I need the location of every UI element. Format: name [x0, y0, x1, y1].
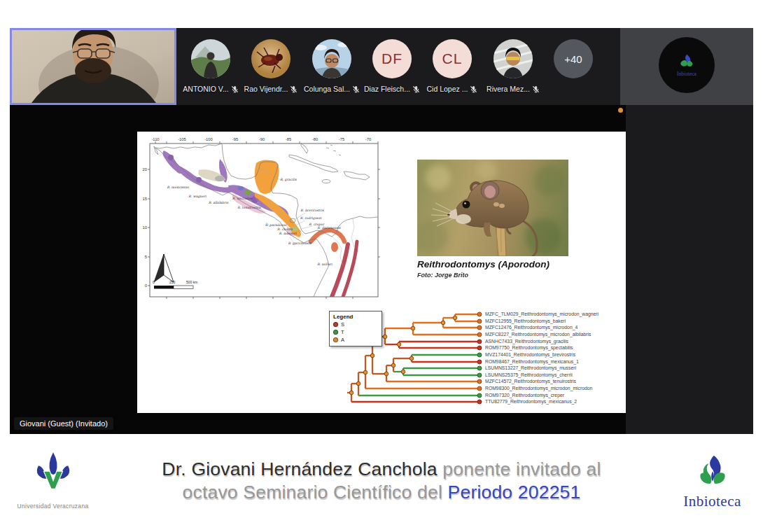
svg-text:-85: -85: [286, 137, 291, 141]
annotation-dot: [618, 108, 623, 113]
inbioteca-logo-icon: [694, 452, 731, 493]
map-species-label: R. brevirostris: [300, 209, 324, 212]
universidad-veracruzana-logo: Universidad Veracruzana: [13, 452, 104, 517]
participant-name: Rao Vijendr...: [244, 85, 288, 93]
svg-text:-75: -75: [339, 137, 344, 141]
avatar: [493, 39, 533, 78]
tree-tip-label: MZFC14572_Reithrodontomys_tenuirostris: [485, 379, 577, 384]
participant-tile[interactable]: Rivera Mez...: [483, 28, 543, 105]
insect-photo-avatar: [251, 39, 290, 78]
sunglasses-photo-avatar: [493, 39, 533, 78]
mouse-photo-illustration: [417, 160, 568, 256]
uv-logo-icon: [33, 452, 74, 500]
participant-tile[interactable]: Colunga Sal...: [302, 28, 362, 105]
svg-text:-80: -80: [312, 137, 318, 141]
map-species-label: R. darienensis: [317, 226, 341, 230]
map-species-label: R. albilabris: [209, 201, 229, 204]
participant-name: Colunga Sal...: [304, 85, 350, 93]
initials-avatar: CL: [433, 39, 472, 78]
tree-legend: Legend S T A: [329, 311, 382, 346]
legend-dot-orange: [333, 337, 338, 342]
participant-tile[interactable]: Rao Vijendr...: [241, 28, 301, 105]
tree-tip-label: ASNHC7433_Reithrodontomys_gracilis: [485, 339, 569, 344]
tree-tip-label: ROM98300_Reithrodontomys_microdon_microd…: [485, 386, 593, 391]
tree-tip-labels: MZFC_TLM029_Reithrodontomys_microdon_wag…: [485, 312, 599, 405]
svg-text:5: 5: [145, 255, 147, 259]
mic-muted-icon: [470, 85, 477, 93]
participant-name: Cid Lopez ...: [427, 85, 468, 93]
tree-tip-label: MZFC_TLM029_Reithrodontomys_microdon_wag…: [485, 312, 599, 317]
tree-tip-label: LSUMNS25375_Reithrodontomys_cherrii: [485, 372, 573, 378]
banner-text: octavo Seminario Científico del: [183, 482, 448, 503]
speaker-name-text: Dr. Giovani Hernández Canchola: [162, 458, 437, 479]
map-species-label: R. milleri: [317, 262, 332, 266]
seminar-banner: Dr. Giovani Hernández Canchola ponente i…: [84, 458, 679, 504]
webcam-person-illustration: [12, 30, 174, 103]
tree-tip-label: MZFC8227_Reithrodontomys_microdon_albila…: [485, 332, 592, 337]
participant-tile[interactable]: ANTONIO V...: [181, 28, 241, 105]
overflow-count-badge[interactable]: +40: [554, 39, 593, 78]
avatar-initials: CL: [442, 50, 463, 67]
mic-muted-icon: [231, 85, 239, 93]
participant-name: Rivera Mez...: [486, 85, 530, 93]
presentation-slide: -110 -105 -100 -95 -90 -85 -80 -75 -70 2…: [137, 132, 626, 413]
tree-tip-label: TTU82779_Reithrodontomys_mexicanus_2: [485, 399, 577, 405]
tree-tip-label: LSUMNS13227_Reithrodontomys_musseri: [485, 365, 576, 371]
mic-muted-icon: [532, 85, 540, 93]
banner-line-1: Dr. Giovani Hernández Canchola ponente i…: [84, 458, 679, 481]
svg-text:-110: -110: [151, 137, 159, 141]
map-species-label: R. tenuirostris: [237, 206, 261, 209]
brand-avatar-text: Inbioteca: [677, 71, 696, 77]
period-text: Periodo 202251: [448, 482, 581, 503]
participant-name: Diaz Fleisch...: [364, 85, 410, 93]
zoom-meeting-window: ANTONIO V... Rao Vijendr...: [0, 0, 763, 532]
legend-title: Legend: [333, 314, 378, 320]
tree-tip-label: ROM97750_Reithrodontomys_spectabilis: [485, 345, 573, 351]
y-axis-labels: 20 15 10 5 0: [143, 167, 147, 288]
tree-tip-label: MZFC12955_Reithrodontomys_bakeri: [485, 318, 566, 324]
tree-tip-label: MZFC12476_Reithrodontomys_microdon_4: [485, 325, 578, 330]
svg-text:-100: -100: [204, 137, 213, 141]
brand-participant-tile[interactable]: Inbioteca: [620, 28, 753, 105]
svg-text:10: 10: [143, 225, 147, 230]
svg-text:-70: -70: [365, 137, 371, 141]
inbioteca-logo-caption: Inbioteca: [668, 493, 756, 510]
legend-label: S: [341, 321, 344, 328]
presenter-name-label: Giovani (Guest) (Invitado): [14, 417, 113, 430]
shared-screen-gutter: [626, 105, 753, 434]
brand-avatar: Inbioteca: [659, 37, 715, 93]
map-species-label: R. musseri: [279, 232, 297, 235]
uv-logo-caption: Universidad Veracruzana: [13, 503, 93, 510]
legend-dot-green: [333, 330, 338, 335]
map-species-label: R. microdon: [232, 197, 252, 200]
banner-text: ponente invitado al: [438, 458, 601, 479]
legend-dot-red: [333, 322, 338, 327]
svg-text:20: 20: [143, 167, 147, 172]
initials-avatar: DF: [372, 39, 412, 78]
map-species-label: R. cherrii: [277, 227, 293, 231]
tree-tip-label: ROM98467_Reithrodontomys_mexicanus_1: [485, 359, 579, 365]
banner-line-2: octavo Seminario Científico del Periodo …: [84, 481, 679, 504]
svg-text:-105: -105: [178, 137, 186, 141]
active-speaker-video[interactable]: [10, 28, 176, 105]
legend-label: T: [341, 329, 344, 335]
x-axis-labels: -110 -105 -100 -95 -90 -85 -80 -75 -70: [151, 137, 371, 141]
participant-tile[interactable]: DF Diaz Fleisch...: [362, 28, 422, 105]
participants-overflow-tile[interactable]: +40: [543, 28, 603, 105]
map-species-label: R. paradoxus: [265, 223, 287, 227]
map-species-label: R. mexicanus: [167, 186, 189, 189]
photo-caption: Reithrodontomys (Aporodon): [417, 259, 550, 270]
overflow-count: +40: [564, 53, 582, 65]
mic-muted-icon: [412, 85, 420, 93]
distribution-map: -110 -105 -100 -95 -90 -85 -80 -75 -70 2…: [139, 134, 382, 302]
svg-text:500 km: 500 km: [186, 280, 197, 284]
inbioteca-logo: Inbioteca: [668, 449, 756, 516]
participant-name: ANTONIO V...: [183, 85, 228, 93]
portrait-photo-avatar: [312, 39, 351, 78]
svg-text:-95: -95: [232, 137, 238, 141]
participant-tile[interactable]: CL Cid Lopez ...: [422, 28, 482, 105]
svg-text:250: 250: [169, 280, 176, 284]
avatar: [312, 39, 351, 78]
svg-text:-90: -90: [259, 137, 265, 141]
outdoor-photo-avatar: [191, 39, 230, 78]
